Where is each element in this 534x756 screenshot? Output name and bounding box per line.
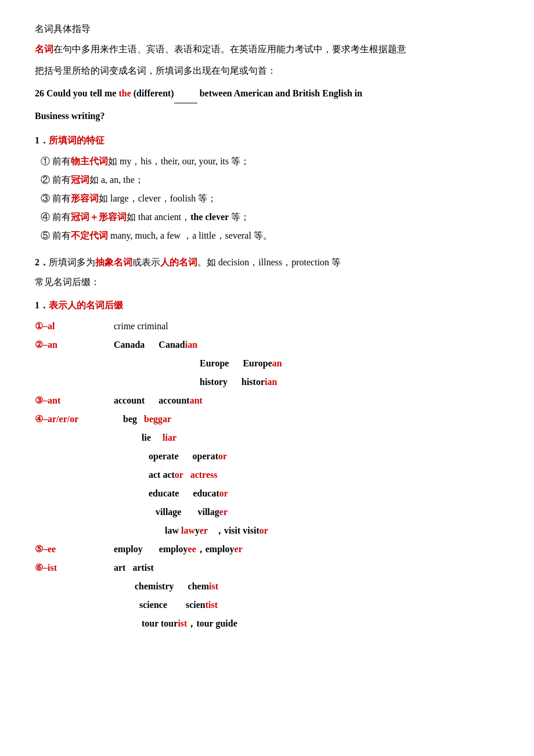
list-item-2: ② 前有冠词如 a, an, the；	[41, 171, 499, 189]
item5-num: ⑤ 前有	[41, 231, 71, 240]
example-sentence-2: Business writing?	[35, 107, 499, 125]
suffix-section-title: 1．表示人的名词后缀	[35, 296, 499, 315]
section2-text4: 常见名词后缀：	[35, 277, 100, 287]
suffix-label-ist: ⑥–ist	[35, 559, 104, 577]
section1-title: 1．所填词的特征	[35, 131, 499, 150]
suffix-label-an: ②–an	[35, 336, 104, 354]
suffix-row-an-2: Europe European	[35, 354, 499, 373]
suffix-words-an-3: history historian	[174, 373, 499, 391]
suffix-row-ist-3: science scientist	[35, 596, 499, 614]
suffix-section-title-text: 表示人的名词后缀	[49, 300, 123, 310]
example-rest: (different) between American and British…	[131, 88, 362, 98]
item2-highlight: 冠词	[71, 175, 89, 185]
example-the: the	[118, 88, 131, 98]
section2-suffix-intro: 常见名词后缀：	[35, 274, 499, 291]
suffix-label-al: ①–al	[35, 317, 104, 336]
item4-etc: 等；	[231, 212, 250, 222]
section2-text1: 所填词多为	[49, 257, 95, 267]
suffix-words-aror-2: lie liar	[104, 429, 499, 447]
section1-title-text: 所填词的特征	[49, 135, 104, 145]
suffix-row-aror-4: act actor actress	[35, 466, 499, 484]
item3-highlight: 形容词	[71, 193, 99, 203]
suffix-words-ist-4: tour tourist，tour guide	[104, 614, 499, 633]
item5-text: many, much, a few ，a little，several 等。	[108, 231, 272, 240]
suffix-words-ee: employ employee，employer	[104, 540, 499, 559]
suffix-section-num: 1．	[35, 300, 49, 310]
section2-text2: 或表示	[132, 257, 160, 267]
suffix-row-ist-2: chemistry chemist	[35, 577, 499, 596]
suffix-row-ant: ③–ant account accountant	[35, 391, 499, 410]
suffix-row-ist-4: tour tourist，tour guide	[35, 614, 499, 633]
suffix-words-an-1: Canada Canadian	[104, 336, 499, 354]
suffix-row-an-1: ②–an Canada Canadian	[35, 336, 499, 354]
intro-text-part3: 把括号里所给的词变成名词，所填词多出现在句尾或句首：	[35, 66, 276, 75]
section2-text3: 。如 decision，illness，protection 等	[197, 257, 341, 267]
item4-the: the clever	[190, 212, 231, 222]
page-header-text: 名词具体指导	[35, 24, 91, 34]
item5-highlight: 不定代词	[71, 231, 108, 240]
item3-text: 如 large，clever，foolish 等；	[99, 193, 217, 203]
suffix-words-aror-6: village villager	[104, 503, 499, 521]
suffix-row-an-3: history historian	[35, 373, 499, 391]
suffix-label-ant: ③–ant	[35, 391, 104, 410]
suffix-words-an-2: Europe European	[174, 354, 499, 373]
suffix-words-ant: account accountant	[104, 391, 499, 410]
intro-paragraph: 名词在句中多用来作主语、宾语、表语和定语。在英语应用能力考试中，要求考生根据题意	[35, 41, 499, 58]
item1-text: 如 my，his，their, our, your, its 等；	[108, 156, 250, 166]
intro-text-part2: 在句中多用来作主语、宾语、表语和定语。在英语应用能力考试中，要求考生根据题意	[53, 44, 406, 54]
suffix-words-ist-1: art artist	[104, 559, 499, 577]
section2-highlight1: 抽象名词	[95, 257, 132, 267]
list-item-1: ① 前有物主代词如 my，his，their, our, your, its 等…	[41, 152, 499, 171]
item3-num: ③ 前有	[41, 193, 71, 203]
suffix-label-ee: ⑤–ee	[35, 540, 104, 559]
intro-paragraph-2: 把括号里所给的词变成名词，所填词多出现在句尾或句首：	[35, 63, 499, 80]
page-header: 名词具体指导	[35, 23, 499, 35]
suffix-row-aror-6: village villager	[35, 503, 499, 521]
suffix-words-aror-4: act actor actress	[104, 466, 499, 484]
list-item-5: ⑤ 前有不定代词 many, much, a few ，a little，sev…	[41, 226, 499, 245]
section1-num: 1．	[35, 135, 49, 145]
suffix-row-al: ①–al crime criminal	[35, 317, 499, 336]
suffix-row-ee: ⑤–ee employ employee，employer	[35, 540, 499, 559]
section2-num: 2．	[35, 257, 49, 267]
list-item-3: ③ 前有形容词如 large，clever，foolish 等；	[41, 189, 499, 208]
item4-text: 如 that ancient，	[127, 212, 190, 222]
suffix-label-aror: ④–ar/er/or	[35, 410, 104, 429]
suffix-row-ist-1: ⑥–ist art artist	[35, 559, 499, 577]
example-num: 26 Could you tell me	[35, 88, 118, 98]
suffix-row-aror-5: educate educator	[35, 484, 499, 503]
item2-text: 如 a, an, the；	[89, 175, 144, 185]
suffix-row-aror-2: lie liar	[35, 429, 499, 447]
item4-num: ④ 前有	[41, 212, 71, 222]
list-item-4: ④ 前有冠词＋形容词如 that ancient，the clever 等；	[41, 208, 499, 226]
example-sentence: 26 Could you tell me the (different) bet…	[35, 84, 499, 103]
section2: 2．所填词多为抽象名词或表示人的名词。如 decision，illness，pr…	[35, 253, 499, 272]
suffix-words-al: crime criminal	[104, 317, 499, 336]
suffix-words-aror-3: operate operator	[104, 447, 499, 466]
suffix-words-aror-5: educate educator	[104, 484, 499, 503]
suffix-row-aror-3: operate operator	[35, 447, 499, 466]
intro-noun-label: 名词	[35, 44, 53, 54]
item4-highlight: 冠词＋形容词	[71, 212, 127, 222]
suffix-words-aror-1: beg beggar	[104, 410, 499, 429]
item2-num: ② 前有	[41, 175, 71, 185]
suffix-words-ist-2: chemistry chemist	[104, 577, 499, 596]
example-business: Business writing?	[35, 111, 104, 121]
item1-highlight: 物主代词	[71, 156, 108, 166]
suffix-words-aror-7: law lawyer ，visit visitor	[104, 521, 499, 540]
suffix-words-ist-3: science scientist	[104, 596, 499, 614]
suffix-row-aror-7: law lawyer ，visit visitor	[35, 521, 499, 540]
item1-num: ① 前有	[41, 156, 71, 166]
section2-highlight2: 人的名词	[160, 257, 197, 267]
suffix-row-aror-1: ④–ar/er/or beg beggar	[35, 410, 499, 429]
